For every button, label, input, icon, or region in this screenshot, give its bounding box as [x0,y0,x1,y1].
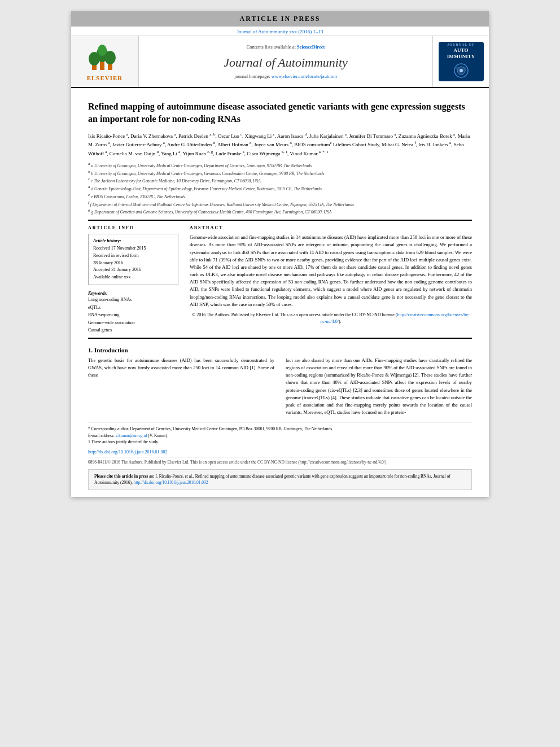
affiliations-section: a a University of Groningen, University … [88,161,472,215]
footnotes-section: * Corresponding author. Department of Ge… [88,422,472,445]
journal-center-info: Contents lists available at ScienceDirec… [139,36,432,87]
intro-left-col: The genetic basis for autoimmune disease… [88,357,274,416]
citation-box: Please cite this article in press as: I.… [88,469,472,490]
keyword-2: eQTLs [88,304,178,312]
svg-rect-1 [100,62,104,70]
footnote-note1: 1 These authors jointly directed the stu… [88,439,472,445]
intro-number: 1. [88,347,93,353]
affil-d: d d Genetic Epidemiology Unit, Departmen… [88,184,472,192]
keywords-section: Keywords: Long non-coding RNAs eQTLs RNA… [88,291,178,334]
affil-f: f f Department of Internal Medicine and … [88,200,472,208]
elsevier-text: ELSEVIER [87,75,123,81]
intro-columns: The genetic basis for autoimmune disease… [88,357,472,416]
main-content: Refined mapping of autoimmune disease as… [71,88,489,497]
footnote-email: E-mail address: v.kumar@umcg.nl (V. Kuma… [88,433,472,439]
info-abstract-columns: ARTICLE INFO Article history: Received 1… [88,225,472,334]
contents-available-text: Contents lists available at ScienceDirec… [247,44,325,50]
note1-text: 1 These authors jointly directed the stu… [88,439,159,444]
received-date: Received 17 November 2015 [93,245,173,252]
email-person: (V. Kumar). [148,433,168,438]
affil-e: e e BIOS Consortium, Leiden, 2300 RC, Th… [88,192,472,200]
intro-title: 1. Introduction [88,347,472,353]
abstract-text: Genome-wide association and fine-mapping… [190,234,472,325]
citation-doi[interactable]: http://dx.doi.org/10.1016/j.jaut.2016.01… [134,480,208,485]
affil-g: g g Department of Genetics and Genome Sc… [88,207,472,215]
contents-label: Contents lists available at [247,44,296,50]
affil-a: a a University of Groningen, University … [88,161,472,169]
copyright-line: © 2016 The Authors. Published by Elsevie… [190,312,472,325]
journal-header-section: ELSEVIER Contents lists available at Sci… [71,36,489,88]
journal-citation: Journal of Autoimmunity xxx (2016) 1–13 [237,29,323,34]
email-label: E-mail address: [88,433,115,438]
elsevier-logo-container: ELSEVIER [71,36,139,87]
keyword-3: RNA-sequencing [88,311,178,319]
doi-line: http://dx.doi.org/10.1016/j.jaut.2016.01… [88,449,472,455]
homepage-label: journal homepage: [234,73,270,79]
svg-point-9 [460,69,463,72]
available-online: Available online xxx [93,274,173,281]
intro-heading: Introduction [94,347,128,353]
article-info-box: Article history: Received 17 November 20… [88,234,178,285]
autoimmunity-logo-container: journal of AUTOIMMUNITY [432,36,489,87]
article-title: Refined mapping of autoimmune disease as… [88,101,472,126]
sciencedirect-link[interactable]: ScienceDirect [297,44,325,50]
corresponding-text: * Corresponding author. Department of Ge… [88,426,333,431]
journal-citation-bar: Journal of Autoimmunity xxx (2016) 1–13 [71,27,489,36]
please-cite-label: Please cite this article in press as: [94,474,155,479]
keyword-1: Long non-coding RNAs [88,296,178,304]
journal-title: Journal of Autoimmunity [224,55,348,70]
article-info-heading: ARTICLE INFO [88,225,178,230]
journal-homepage: journal homepage: www.elsevier.com/locat… [234,73,337,79]
article-info-column: ARTICLE INFO Article history: Received 1… [88,225,178,334]
issn-line: 0896-8411/© 2016 The Authors. Published … [88,457,472,465]
introduction-section: 1. Introduction The genetic basis for au… [88,347,472,416]
homepage-url[interactable]: www.elsevier.com/locate/jautimm [272,73,337,79]
doi-url[interactable]: http://dx.doi.org/10.1016/j.jaut.2016.01… [88,449,168,455]
autoimmunity-logo-graphic [447,62,475,79]
affil-c: c c The Jackson Laboratory for Genomic M… [88,176,472,184]
history-label: Article history: [93,238,173,245]
abstract-body: Genome-wide association and fine-mapping… [190,234,472,308]
revised-date: 28 January 2016 [93,260,173,267]
thick-divider [88,220,472,221]
article-page: ARTICLE IN PRESS Journal of Autoimmunity… [71,11,489,497]
elsevier-logo: ELSEVIER [87,42,123,81]
cc-license-link[interactable]: http://creativecommons.org/licenses/by-n… [320,312,470,324]
banner-text: ARTICLE IN PRESS [240,15,321,23]
section-divider [88,338,472,339]
email-address[interactable]: v.kumar@umcg.nl [116,433,147,438]
keywords-label: Keywords: [88,291,178,296]
authors-section: Isis Ricaño-Ponce a, Daria V. Zhernakova… [88,132,472,158]
affil-b: b b University of Groningen, University … [88,169,472,177]
footnote-corresponding: * Corresponding author. Department of Ge… [88,426,472,432]
keyword-5: Causal genes [88,326,178,334]
intro-right-col: loci are also shared by more than one AI… [286,357,472,416]
abstract-heading: ABSTRACT [190,225,472,230]
keyword-4: Genome-wide association [88,319,178,327]
elsevier-tree-icon [88,42,121,73]
autoimmunity-logo: journal of AUTOIMMUNITY [439,42,484,81]
article-in-press-banner: ARTICLE IN PRESS [71,11,489,27]
intro-right-text: loci are also shared by more than one AI… [286,357,472,416]
svg-point-6 [98,45,107,56]
issn-text: 0896-8411/© 2016 The Authors. Published … [88,460,387,465]
accepted-date: Accepted 31 January 2016 [93,267,173,274]
received-revised-label: Received in revised form [93,252,173,260]
abstract-column: ABSTRACT Genome-wide association and fin… [190,225,472,334]
intro-left-text: The genetic basis for autoimmune disease… [88,357,274,379]
